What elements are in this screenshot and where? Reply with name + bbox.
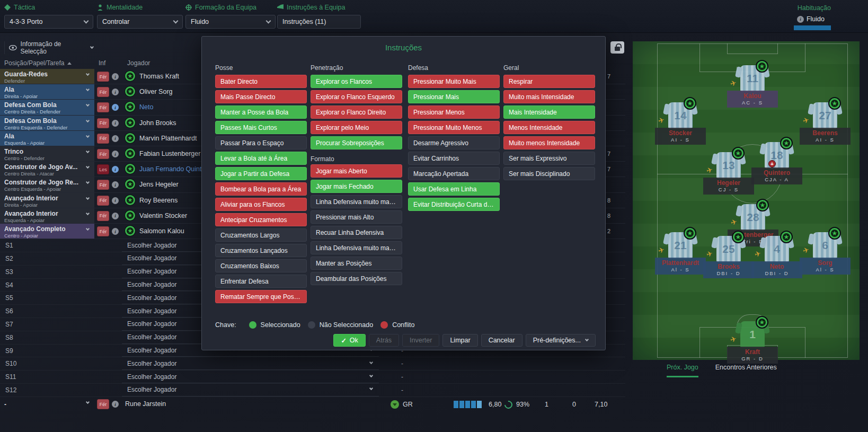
instruction-button[interactable]: Passar Para o Espaço [215,136,307,149]
player-name[interactable]: Roy Beerens [139,197,178,204]
player-name[interactable]: John Brooks [139,119,176,127]
instruction-button[interactable]: Recuar Linha Defensiva [311,226,402,239]
info-icon[interactable]: i [112,89,119,95]
instruction-button[interactable]: Menos Intensidade [503,121,595,134]
player-name[interactable]: Marvin Plattenhardt [139,135,197,142]
choose-player-dropdown[interactable]: Escolher Jogador [122,384,379,396]
instruction-button[interactable]: Rematar Sempre que Possível [215,290,307,303]
role-cell[interactable]: Defesa Com BolaCentro Direita - Defender [0,100,94,114]
instruction-button[interactable]: Linha Defensiva muito mais ... [311,241,402,254]
inf-column-header[interactable]: Inf [99,57,105,69]
player-name[interactable]: Thomas Kraft [139,73,179,80]
tab-próx--jogo[interactable]: Próx. Jogo [667,364,698,377]
role-cell[interactable]: Construtor de Jogo Av...Centro Direita -… [0,162,94,177]
instruction-button[interactable]: Enfrentar Defesa [215,275,307,288]
instruction-button[interactable]: Marcação Apertada [408,167,500,180]
role-cell[interactable]: Construtor de Jogo Re...Centro Esquerda … [0,177,94,192]
instruction-button[interactable]: Passes Mais Curtos [215,121,307,134]
info-icon[interactable]: i [112,166,119,173]
instruction-button[interactable]: Antecipar Cruzamentos [215,213,307,226]
instruction-button[interactable]: Cruzamentos Lançados [215,244,307,257]
player-name[interactable]: Fabian Lustenberger [139,150,200,157]
player-column-header[interactable]: Jogador [127,57,150,69]
team-instructions-button[interactable]: Instruções (11) [277,15,361,29]
instruction-button[interactable]: Aliviar para os Flancos [215,198,307,211]
instruction-button[interactable]: Explorar os Flancos [311,75,402,88]
player-name[interactable]: Neto [139,103,153,111]
instruction-button[interactable]: Mais Intensidade [503,105,595,119]
choose-player-dropdown[interactable]: Escolher Jogador [122,371,379,383]
info-icon[interactable]: i [112,151,119,157]
instruction-button[interactable]: Procurar Sobreposições [311,136,402,149]
instruction-button[interactable]: Cruzamentos Baixos [215,259,307,272]
info-icon[interactable]: i [112,213,119,219]
instruction-button[interactable]: Muito menos Intensidade [503,136,595,149]
instruction-button[interactable]: Pressionar Mais [408,90,500,103]
role-cell[interactable]: AlaEsquerda - Apoiar [0,131,94,146]
instruction-button[interactable]: Explorar o Flanco Direito [311,105,402,119]
cancelar-button[interactable]: Cancelar [481,334,522,347]
instruction-button[interactable]: Levar a Bola até à Área [215,152,307,165]
instruction-button[interactable]: Deambular das Posições [311,272,402,285]
instruction-button[interactable]: Ser mais Expressivo [503,152,595,165]
instruction-button[interactable]: Pressionar Muito Menos [408,121,500,134]
limpar-button[interactable]: Limpar [442,334,477,347]
selection-info-dropdown[interactable]: Informação de Selecção [4,41,95,54]
instruction-button[interactable]: Bater Directo [215,75,307,88]
prédefinições-button[interactable]: Pré-definições... [526,334,596,347]
inverter-button[interactable]: Inverter [402,334,439,347]
role-cell[interactable]: Avançado CompletoCentro - Apoiar [0,224,94,239]
position-column-header[interactable]: Posição/Papel/Tarefa [4,57,72,69]
instruction-button[interactable]: Evitar Distribuição Curta do ... [408,198,500,211]
instruction-button[interactable]: Explorar pelo Meio [311,121,402,134]
ok-button[interactable]: ✓Ok [333,334,365,347]
player-name[interactable]: Valentin Stocker [139,212,187,219]
info-icon[interactable]: i [112,104,119,111]
instruction-button[interactable]: Usar Defesa em Linha [408,182,500,196]
topbar-dropdown[interactable]: 4-3-3 Porto [4,15,93,29]
topbar-dropdown[interactable]: Controlar [97,15,183,29]
atrás-button[interactable]: Atrás [369,334,399,347]
info-icon[interactable]: i [112,73,119,80]
role-cell[interactable]: Avançado InteriorEsquerda - Apoiar [0,208,94,223]
instruction-button[interactable]: Jogar mais Fechado [311,180,402,193]
instruction-button[interactable]: Pressionar Menos [408,105,500,119]
instruction-button[interactable]: Explorar o Flanco Esquerdo [311,90,402,103]
instruction-button[interactable]: Bombear a Bola para a Área [215,182,307,196]
player-name[interactable]: Salomon Kalou [139,227,184,235]
instruction-button[interactable]: Manter a Posse da Bola [215,105,307,119]
instruction-button[interactable]: Mais Passe Directo [215,90,307,103]
player-name[interactable]: Oliver Sorg [139,88,173,95]
player-name[interactable]: Juan Fernando Quinte [139,165,205,173]
role-cell[interactable]: Guarda-RedesDefender [0,69,94,84]
instruction-button[interactable]: Pressionar mais Alto [311,210,402,224]
info-icon[interactable]: i [112,401,119,408]
role-cell[interactable]: AlaDireita - Apoiar [0,84,94,99]
choose-player-dropdown[interactable]: Escolher Jogador [122,357,379,370]
info-icon[interactable]: i [112,228,119,235]
tab-encontros-anteriores[interactable]: Encontros Anteriores [715,364,777,377]
topbar-dropdown[interactable]: Fluido [185,15,276,29]
info-icon[interactable]: i [112,181,119,188]
player-name[interactable]: Rune Jarstein [125,400,166,408]
instruction-button[interactable]: Manter as Posições [311,257,402,270]
info-icon[interactable]: i [112,197,119,204]
instruction-button[interactable]: Desarme Agressivo [408,136,500,149]
instruction-button[interactable]: Jogar mais Aberto [311,164,402,178]
info-icon[interactable]: i [112,120,119,127]
lock-icon[interactable] [610,41,624,54]
info-icon[interactable]: i [112,135,119,142]
role-cell[interactable]: Defesa Com BolaCentro Esquerda - Defende… [0,116,94,130]
instruction-button[interactable]: Muito mais Intensidade [503,90,595,103]
instruction-button[interactable]: Linha Defensiva muito mais ... [311,195,402,208]
role-cell[interactable]: Avançado InteriorDireita - Apoiar [0,193,94,208]
player-name[interactable]: Jens Hegeler [139,181,179,188]
role-cell[interactable]: TrincoCentro - Defender [0,146,94,161]
role-cell[interactable]: - [0,397,94,411]
instruction-button[interactable]: Ser mais Disciplinado [503,167,595,180]
instruction-button[interactable]: Cruzamentos Largos [215,228,307,242]
instruction-button[interactable]: Evitar Carrinhos [408,152,500,165]
instruction-button[interactable]: Respirar [503,75,595,88]
instruction-button[interactable]: Pressionar Muito Mais [408,75,500,88]
instruction-button[interactable]: Jogar a Partir da Defesa [215,167,307,180]
